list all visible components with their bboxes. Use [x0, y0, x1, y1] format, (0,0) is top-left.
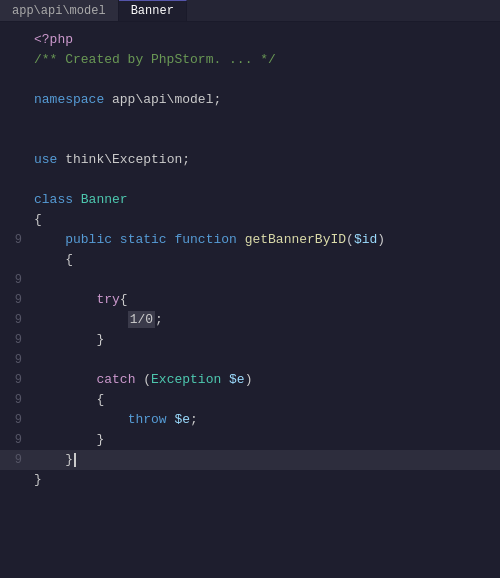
line-content [30, 270, 500, 290]
code-line: { [0, 250, 500, 270]
code-area: <?php /** Created by PhpStorm. ... */ na… [0, 22, 500, 578]
code-line: 9 } [0, 430, 500, 450]
code-line: { [0, 210, 500, 230]
keyword-catch: catch [96, 372, 143, 387]
line-number: 9 [0, 270, 30, 290]
line-content: } [30, 470, 500, 490]
keyword-public: public [65, 232, 120, 247]
line-content: class Banner [30, 190, 500, 210]
line-content [30, 110, 500, 130]
tab-banner[interactable]: Banner [119, 0, 187, 21]
line-content [30, 170, 500, 190]
function-name: getBannerByID [245, 232, 346, 247]
line-content: <?php [30, 30, 500, 50]
code-line [0, 170, 500, 190]
keyword-try: try [96, 292, 119, 307]
php-open-tag: <?php [34, 32, 73, 47]
catch-var: $e [229, 372, 245, 387]
code-line: 9 throw $e; [0, 410, 500, 430]
throw-var: $e [174, 412, 190, 427]
line-content [30, 350, 500, 370]
line-content: } [30, 430, 500, 450]
line-number: 9 [0, 330, 30, 350]
line-content: try{ [30, 290, 500, 310]
line-content: { [30, 210, 500, 230]
code-line: use think\Exception; [0, 150, 500, 170]
line-content: catch (Exception $e) [30, 370, 500, 390]
code-line: 9 public static function getBannerByID($… [0, 230, 500, 250]
line-content: } [30, 330, 500, 350]
code-line: 9 [0, 270, 500, 290]
line-number: 9 [0, 310, 30, 330]
code-line: 9 } [0, 330, 500, 350]
code-line: } [0, 470, 500, 490]
keyword-throw: throw [128, 412, 175, 427]
keyword-use: use [34, 152, 65, 167]
keyword-function: function [174, 232, 244, 247]
line-number: 9 [0, 410, 30, 430]
code-line: 9 catch (Exception $e) [0, 370, 500, 390]
code-line [0, 70, 500, 90]
line-number: 9 [0, 350, 30, 370]
code-line: 9 1/0; [0, 310, 500, 330]
code-line: <?php [0, 30, 500, 50]
line-content: throw $e; [30, 410, 500, 430]
comment: /** Created by PhpStorm. ... */ [34, 52, 276, 67]
highlighted-expr: 1/0 [128, 311, 155, 328]
line-number: 9 [0, 390, 30, 410]
class-name: Banner [81, 192, 128, 207]
code-line: namespace app\api\model; [0, 90, 500, 110]
tab-bar: app\api\model Banner [0, 0, 500, 22]
code-line [0, 110, 500, 130]
line-number: 9 [0, 430, 30, 450]
code-line: 9 { [0, 390, 500, 410]
namespace-path: app\api\model [112, 92, 213, 107]
code-line [0, 130, 500, 150]
keyword-class: class [34, 192, 81, 207]
text-cursor [74, 453, 76, 467]
line-content: 1/0; [30, 310, 500, 330]
keyword-static: static [120, 232, 175, 247]
line-content [30, 130, 500, 150]
line-content: { [30, 250, 500, 270]
code-line: class Banner [0, 190, 500, 210]
line-number: 9 [0, 370, 30, 390]
use-path: think\Exception [65, 152, 182, 167]
param-id: $id [354, 232, 377, 247]
line-content: { [30, 390, 500, 410]
line-number: 9 [0, 450, 30, 470]
line-number: 9 [0, 290, 30, 310]
code-line: 9 [0, 350, 500, 370]
tab-banner-label: Banner [131, 4, 174, 18]
line-content: use think\Exception; [30, 150, 500, 170]
tab-model[interactable]: app\api\model [0, 0, 119, 21]
tab-model-label: app\api\model [12, 4, 106, 18]
line-content: public static function getBannerByID($id… [30, 230, 500, 250]
line-content: } [30, 450, 500, 470]
line-number: 9 [0, 230, 30, 250]
code-line-cursor: 9 } [0, 450, 500, 470]
line-content [30, 70, 500, 90]
code-line: 9 try{ [0, 290, 500, 310]
code-line: /** Created by PhpStorm. ... */ [0, 50, 500, 70]
line-content: /** Created by PhpStorm. ... */ [30, 50, 500, 70]
exception-class: Exception [151, 372, 229, 387]
keyword-namespace: namespace [34, 92, 112, 107]
line-content: namespace app\api\model; [30, 90, 500, 110]
